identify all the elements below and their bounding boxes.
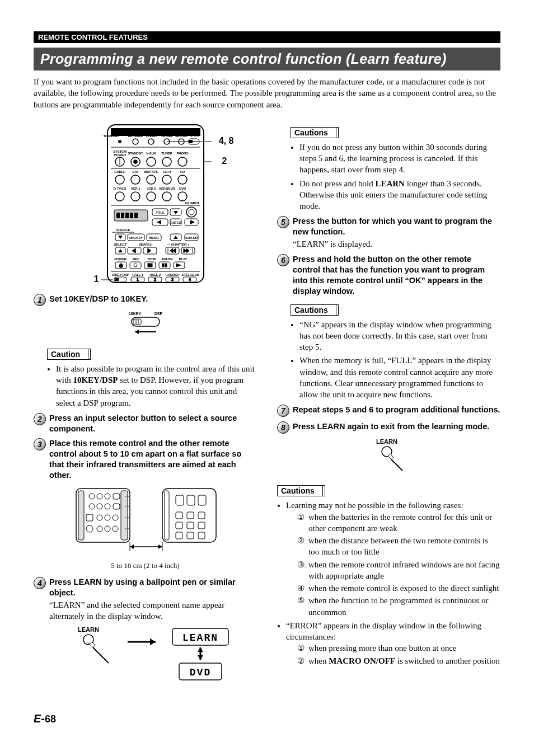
step-badge-2: 2	[34, 413, 46, 425]
step-1: 1 Set 10KEY/DSP to 10KEY.	[34, 294, 257, 306]
svg-text:3: 3	[171, 278, 174, 281]
step-8: 8 Press LEARN again to exit from the lea…	[277, 421, 500, 434]
cautions-r3-lead1: Learning may not be possible in the foll…	[286, 500, 500, 618]
step-3-title: Place this remote control and the other …	[49, 438, 257, 480]
svg-text:REC: REC	[132, 257, 139, 261]
svg-text:STOP: STOP	[147, 257, 156, 261]
step-badge-3: 3	[34, 438, 46, 450]
step-5-body: “LEARN” is displayed.	[293, 238, 500, 250]
step-1-title: Set 10KEY/DSP to 10KEY.	[49, 294, 257, 304]
step-badge-8: 8	[277, 421, 289, 434]
left-column: TRANSMIT RE-NAME CLEAR LEARN MACRO OFF O…	[34, 121, 257, 696]
svg-text:⏻: ⏻	[118, 263, 123, 268]
caution-1-item: It is also possible to program in the co…	[56, 363, 257, 408]
step-badge-1: 1	[34, 294, 46, 306]
cautions-r3-list: Learning may not be possible in the foll…	[277, 500, 500, 666]
svg-text:HALL 1: HALL 1	[132, 273, 144, 276]
caution-1-list: It is also possible to program in the co…	[47, 363, 257, 408]
svg-text:STANDBY: STANDBY	[128, 152, 143, 155]
svg-text:CLEAR: CLEAR	[146, 134, 157, 138]
svg-text:MENU: MENU	[149, 236, 158, 240]
cautions-r1-list: If you do not press any button within 30…	[291, 142, 500, 212]
right-column: Cautions If you do not press any button …	[277, 121, 500, 696]
svg-rect-57	[125, 213, 129, 218]
svg-text:2: 2	[154, 278, 156, 281]
svg-text:SUR.RD: SUR.RD	[185, 236, 198, 240]
learn-diagram: LEARN LEARN DVD	[34, 625, 257, 689]
cautions-r2-list: “NG” appears in the display window when …	[291, 319, 500, 401]
intro-paragraph: If you want to program functions not inc…	[34, 76, 500, 110]
svg-text:CD-R: CD-R	[162, 170, 171, 173]
svg-text:SEARCH: SEARCH	[138, 243, 152, 246]
svg-text:SOURCE: SOURCE	[116, 228, 130, 232]
svg-rect-151	[162, 489, 216, 542]
svg-text:DVD: DVD	[190, 667, 211, 678]
cautions-label-r1: Cautions	[291, 127, 336, 138]
step-6: 6 Press and hold the button on the other…	[277, 254, 500, 296]
svg-rect-146	[121, 491, 128, 540]
svg-text:LEARN: LEARN	[182, 632, 218, 644]
svg-text:4: 4	[189, 278, 191, 281]
svg-rect-129	[78, 491, 84, 540]
svg-text:10KEY: 10KEY	[128, 312, 141, 316]
svg-text:MACRO: MACRO	[188, 131, 200, 134]
switch-diagram-1: 10KEY DSP	[34, 309, 257, 336]
svg-point-2	[118, 140, 121, 143]
step-4-title: Press LEARN by using a ballpoint pen or …	[49, 577, 257, 598]
svg-rect-99	[162, 264, 164, 267]
step-8-title: Press LEARN again to exit from the learn…	[293, 421, 500, 432]
svg-text:DISPLAY: DISPLAY	[129, 236, 142, 240]
svg-text:10KEY DSP: 10KEY DSP	[111, 273, 129, 276]
step-4-body: “LEARN” and the selected component name …	[49, 599, 257, 622]
caution-label-1: Caution	[47, 349, 88, 360]
svg-rect-125	[133, 319, 141, 325]
svg-rect-55	[116, 213, 120, 218]
svg-text:PHONO: PHONO	[176, 152, 189, 155]
svg-text:CABLE: CABLE	[114, 170, 125, 173]
placement-diagram: 5 to 10 cm (2 to 4 inch)	[34, 484, 257, 570]
svg-text:1: 1	[137, 278, 139, 281]
svg-text:CD: CD	[180, 170, 185, 173]
svg-text:JAZZ CLUB: JAZZ CLUB	[181, 273, 199, 276]
svg-text:VCR 1: VCR 1	[130, 187, 140, 190]
cautions-r2-item-1: “NG” appears in the display window when …	[299, 319, 500, 353]
step-7: 7 Repeat steps 5 and 6 to program additi…	[277, 405, 500, 417]
step-2-title: Press an input selector button to select…	[49, 413, 257, 434]
svg-text:VCR 2: VCR 2	[146, 187, 156, 190]
step-5: 5 Press the button for which you want to…	[277, 216, 500, 250]
svg-text:PLAY: PLAY	[179, 257, 187, 261]
svg-text:LEARN: LEARN	[376, 438, 397, 445]
svg-text:TRANSMIT: TRANSMIT	[103, 134, 120, 138]
cautions-label-r2: Cautions	[291, 304, 336, 316]
svg-text:LEARN: LEARN	[78, 626, 99, 633]
callout-2: 2	[222, 156, 227, 166]
step-badge-5: 5	[277, 216, 289, 228]
svg-text:SELECT: SELECT	[114, 243, 127, 246]
step-2: 2 Press an input selector button to sele…	[34, 413, 257, 434]
remote-diagram: TRANSMIT RE-NAME CLEAR LEARN MACRO OFF O…	[67, 121, 224, 284]
svg-text:VCR3/DVR: VCR3/DVR	[158, 187, 175, 190]
cautions-r3-lead2: “ERROR” appears in the display window in…	[286, 620, 500, 666]
step-7-title: Repeat steps 5 and 6 to program addition…	[293, 405, 500, 415]
svg-rect-97	[148, 264, 152, 267]
svg-text:SAT: SAT	[132, 170, 138, 173]
section-header: REMOTE CONTROL FEATURES	[34, 31, 500, 43]
svg-text:DSP: DSP	[154, 312, 162, 316]
cautions-r2-item-2: When the memory is full, “FULL” appears …	[299, 355, 500, 400]
svg-rect-105	[115, 278, 119, 281]
remote-diagram-wrapper: TRANSMIT RE-NAME CLEAR LEARN MACRO OFF O…	[67, 121, 224, 286]
svg-rect-100	[165, 264, 167, 267]
svg-text:RE-NAME: RE-NAME	[128, 134, 143, 138]
svg-text:EX.INPUT: EX.INPUT	[184, 201, 199, 205]
cautions-r1-item-1: If you do not press any button within 30…	[299, 142, 500, 176]
callout-4-8: 4, 8	[219, 136, 234, 146]
svg-text:CHURCH: CHURCH	[165, 273, 179, 276]
svg-text:MD/TAPE: MD/TAPE	[144, 170, 158, 173]
svg-point-27	[134, 160, 137, 163]
step-badge-7: 7	[277, 405, 289, 417]
svg-text:MACRO: MACRO	[175, 134, 188, 138]
svg-text:LEARN: LEARN	[161, 134, 172, 138]
svg-text:POWER: POWER	[114, 153, 127, 157]
svg-rect-58	[130, 213, 133, 218]
step-6-title: Press and hold the button on the other r…	[293, 254, 500, 296]
